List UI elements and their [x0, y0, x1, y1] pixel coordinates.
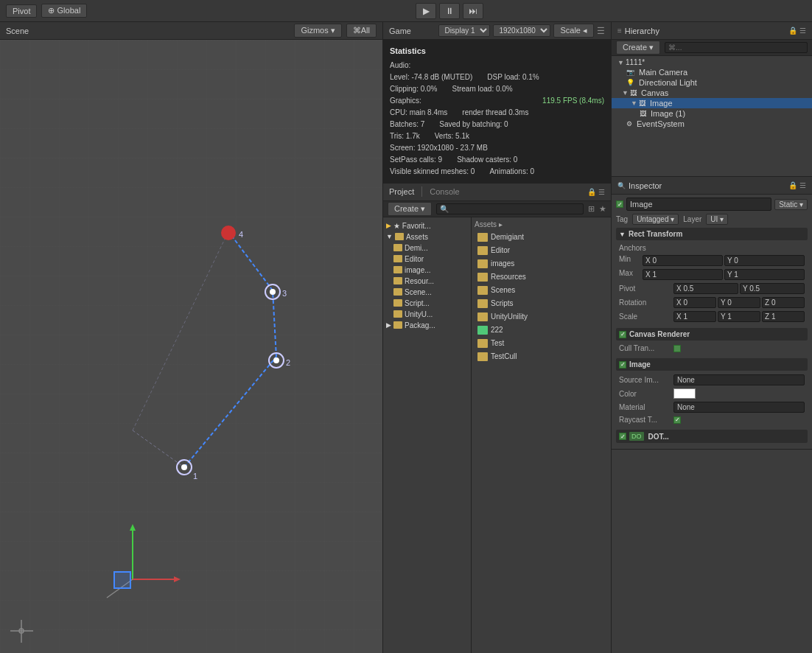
display-select[interactable]: Display 1: [438, 24, 490, 37]
list-item[interactable]: UnityUnility: [475, 311, 608, 323]
global-button[interactable]: ⊕ Global: [41, 4, 87, 18]
project-lock[interactable]: 🔒: [587, 188, 596, 196]
max-y[interactable]: Y 1: [724, 269, 805, 280]
dotween-header[interactable]: ✓ DO DOT...: [616, 430, 808, 443]
list-item[interactable]: images: [475, 258, 608, 270]
game-panel-menu[interactable]: ☰: [597, 26, 605, 36]
scale-button[interactable]: Scale ◂: [553, 24, 594, 38]
project-menu[interactable]: ☰: [598, 188, 605, 196]
color-swatch[interactable]: [673, 388, 696, 399]
pivot-y[interactable]: Y 0.5: [740, 283, 805, 294]
gizmos-button[interactable]: Gizmos ▾: [294, 24, 341, 38]
cull-checkbox[interactable]: [673, 345, 681, 352]
hier-item-image[interactable]: ▼ 🖼 Image: [612, 98, 812, 108]
hier-item-eventsystem[interactable]: ⚙ EventSystem: [612, 119, 812, 129]
project-assets-grid: Demigiant Editor images Resources: [475, 231, 608, 363]
play-button[interactable]: ▶: [416, 3, 436, 19]
unityutility-folder-icon: [393, 310, 402, 318]
console-tab[interactable]: Console: [430, 187, 459, 196]
image-checkbox[interactable]: ✓: [619, 361, 626, 369]
step-button[interactable]: ⏭: [463, 3, 483, 19]
assets-root-item[interactable]: ▼ Assets: [383, 231, 471, 242]
project-content: ▶ ★ Favorit... ▼ Assets Demi... Edi: [383, 217, 611, 653]
pivot-button[interactable]: Pivot: [6, 4, 37, 18]
min-y[interactable]: Y 0: [724, 255, 805, 266]
project-tab[interactable]: Project: [389, 187, 414, 196]
game-tab[interactable]: Game: [389, 27, 411, 35]
color-field: Color: [616, 387, 808, 400]
editor-label: Editor: [405, 255, 424, 263]
raycast-checkbox[interactable]: ✓: [673, 416, 681, 424]
object-name-input[interactable]: [626, 198, 771, 211]
image-section-header[interactable]: ✓ Image: [616, 358, 808, 371]
demigiant-tree-item[interactable]: Demi...: [383, 242, 471, 254]
rotation-values: X 0 Y 0 Z 0: [673, 297, 805, 308]
material-value[interactable]: None: [673, 402, 805, 413]
pause-button[interactable]: ⏸: [439, 3, 460, 19]
inspector-menu[interactable]: ☰: [799, 181, 806, 189]
tag-value[interactable]: Untagged ▾: [632, 214, 679, 225]
resources-tree-item[interactable]: Resour...: [383, 276, 471, 287]
rect-transform-header[interactable]: ▼ Rect Transform: [616, 228, 808, 240]
hier-item-image1[interactable]: 🖼 Image (1): [612, 108, 812, 119]
hier-item-main-camera[interactable]: 📷 Main Camera: [612, 67, 812, 77]
hierarchy-lock[interactable]: 🔒: [788, 27, 797, 35]
canvas-renderer-header[interactable]: ✓ Canvas Renderer: [616, 328, 808, 341]
hierarchy-menu[interactable]: ☰: [799, 27, 806, 35]
project-filter[interactable]: ⊞: [588, 204, 595, 214]
grid-overlay: [0, 40, 382, 653]
pivot-x[interactable]: X 0.5: [673, 283, 738, 294]
dotween-checkbox[interactable]: ✓: [619, 433, 626, 440]
hierarchy-create-button[interactable]: Create ▾: [616, 41, 660, 55]
favorites-item[interactable]: ▶ ★ Favorit...: [383, 220, 471, 231]
source-value[interactable]: None: [673, 374, 805, 385]
list-item[interactable]: Scenes: [475, 284, 608, 296]
project-star[interactable]: ★: [599, 204, 606, 214]
unityutility-tree-item[interactable]: UnityU...: [383, 309, 471, 320]
layer-value[interactable]: UI ▾: [706, 214, 728, 225]
scale-y[interactable]: Y 1: [718, 311, 760, 322]
hier-item-dir-light[interactable]: 💡 Directional Light: [612, 77, 812, 88]
list-item[interactable]: TestCull: [475, 351, 608, 363]
max-x[interactable]: X 1: [643, 269, 723, 280]
rot-z[interactable]: Z 0: [762, 297, 805, 308]
scale-z[interactable]: Z 1: [762, 311, 805, 322]
list-item[interactable]: Editor: [475, 245, 608, 256]
hier-item-canvas[interactable]: ▼ 🖼 Canvas: [612, 88, 812, 98]
images-tree-item[interactable]: image...: [383, 265, 471, 276]
canvas-renderer-checkbox[interactable]: ✓: [619, 331, 626, 338]
active-checkbox[interactable]: ✓: [616, 200, 623, 208]
project-create-button[interactable]: Create ▾: [388, 202, 432, 216]
list-item[interactable]: Resources: [475, 271, 608, 283]
level-stat: Level: -74.8 dB (MUTED): [390, 71, 472, 83]
scenes-tree-item[interactable]: Scene...: [383, 287, 471, 298]
canvas-icon: 🖼: [630, 89, 637, 97]
list-item[interactable]: Test: [475, 338, 608, 349]
min-x[interactable]: X 0: [643, 255, 723, 266]
list-item[interactable]: Demigiant: [475, 231, 608, 243]
inspector-lock[interactable]: 🔒: [788, 181, 797, 189]
dsp-stat: DSP load: 0.1%: [487, 71, 539, 83]
dotween-section: ✓ DO DOT...: [616, 430, 808, 443]
static-button[interactable]: Static ▾: [774, 199, 808, 210]
list-item[interactable]: Scripts: [475, 298, 608, 310]
resolution-select[interactable]: 1920x1080: [493, 24, 550, 37]
scene-viewport[interactable]: 1 2 3 4: [0, 40, 382, 653]
images-icon: [477, 259, 488, 268]
all-button[interactable]: ⌘All: [346, 24, 377, 38]
scripts-tree-item[interactable]: Script...: [383, 298, 471, 309]
rot-y[interactable]: Y 0: [718, 297, 760, 308]
hierarchy-search-input[interactable]: [665, 42, 808, 53]
packages-tree-item[interactable]: ▶ Packag...: [383, 320, 471, 331]
assets-folder-icon: [395, 233, 404, 240]
scene-tab[interactable]: Scene: [6, 27, 29, 35]
editor-tree-item[interactable]: Editor: [383, 254, 471, 265]
list-item[interactable]: 222: [475, 324, 608, 336]
hier-item-root[interactable]: ▼ 1111*: [612, 57, 812, 67]
corner-cross: [9, 618, 35, 644]
scene-background: 1 2 3 4: [0, 40, 382, 653]
graphics-label: Graphics:: [390, 95, 421, 107]
rot-x[interactable]: X 0: [673, 297, 716, 308]
project-search-input[interactable]: [436, 203, 584, 214]
scale-x[interactable]: X 1: [673, 311, 716, 322]
